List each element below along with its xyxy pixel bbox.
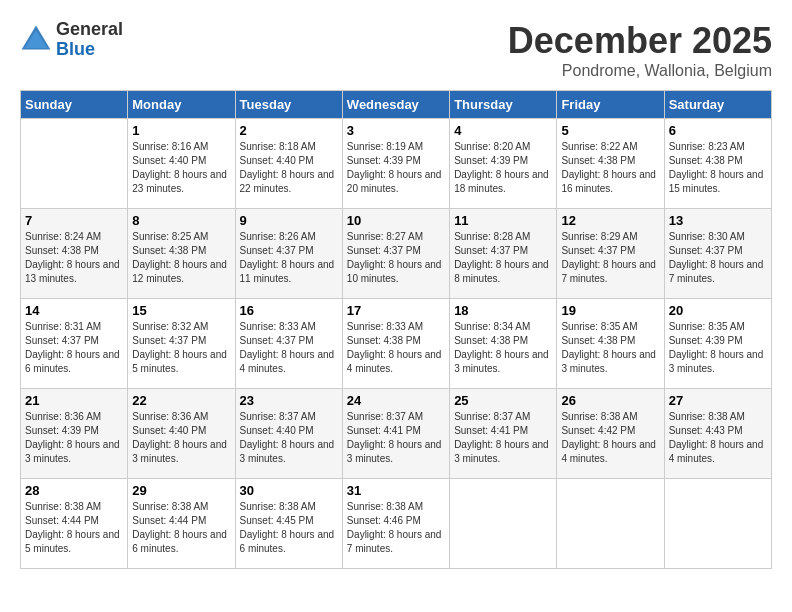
day-info: Sunrise: 8:18 AMSunset: 4:40 PMDaylight:…: [240, 140, 338, 196]
day-number: 23: [240, 393, 338, 408]
day-number: 17: [347, 303, 445, 318]
calendar-cell: 18Sunrise: 8:34 AMSunset: 4:38 PMDayligh…: [450, 299, 557, 389]
weekday-row: SundayMondayTuesdayWednesdayThursdayFrid…: [21, 91, 772, 119]
calendar-cell: 9Sunrise: 8:26 AMSunset: 4:37 PMDaylight…: [235, 209, 342, 299]
day-info: Sunrise: 8:34 AMSunset: 4:38 PMDaylight:…: [454, 320, 552, 376]
calendar-cell: 20Sunrise: 8:35 AMSunset: 4:39 PMDayligh…: [664, 299, 771, 389]
day-number: 15: [132, 303, 230, 318]
day-number: 1: [132, 123, 230, 138]
calendar-cell: 5Sunrise: 8:22 AMSunset: 4:38 PMDaylight…: [557, 119, 664, 209]
logo-general-text: General: [56, 20, 123, 40]
day-number: 25: [454, 393, 552, 408]
logo-blue-text: Blue: [56, 40, 123, 60]
calendar-cell: 27Sunrise: 8:38 AMSunset: 4:43 PMDayligh…: [664, 389, 771, 479]
day-number: 18: [454, 303, 552, 318]
day-number: 21: [25, 393, 123, 408]
calendar-cell: 30Sunrise: 8:38 AMSunset: 4:45 PMDayligh…: [235, 479, 342, 569]
weekday-header-wednesday: Wednesday: [342, 91, 449, 119]
calendar-week-row: 7Sunrise: 8:24 AMSunset: 4:38 PMDaylight…: [21, 209, 772, 299]
day-number: 22: [132, 393, 230, 408]
calendar-cell: [450, 479, 557, 569]
logo: General Blue: [20, 20, 123, 60]
calendar-cell: 29Sunrise: 8:38 AMSunset: 4:44 PMDayligh…: [128, 479, 235, 569]
day-number: 26: [561, 393, 659, 408]
day-info: Sunrise: 8:20 AMSunset: 4:39 PMDaylight:…: [454, 140, 552, 196]
day-number: 8: [132, 213, 230, 228]
weekday-header-sunday: Sunday: [21, 91, 128, 119]
calendar-cell: 3Sunrise: 8:19 AMSunset: 4:39 PMDaylight…: [342, 119, 449, 209]
weekday-header-tuesday: Tuesday: [235, 91, 342, 119]
calendar-cell: 12Sunrise: 8:29 AMSunset: 4:37 PMDayligh…: [557, 209, 664, 299]
day-number: 13: [669, 213, 767, 228]
day-number: 31: [347, 483, 445, 498]
day-number: 10: [347, 213, 445, 228]
day-number: 16: [240, 303, 338, 318]
day-info: Sunrise: 8:19 AMSunset: 4:39 PMDaylight:…: [347, 140, 445, 196]
calendar-cell: 22Sunrise: 8:36 AMSunset: 4:40 PMDayligh…: [128, 389, 235, 479]
day-info: Sunrise: 8:38 AMSunset: 4:44 PMDaylight:…: [132, 500, 230, 556]
day-info: Sunrise: 8:37 AMSunset: 4:40 PMDaylight:…: [240, 410, 338, 466]
location-subtitle: Pondrome, Wallonia, Belgium: [508, 62, 772, 80]
calendar-cell: 6Sunrise: 8:23 AMSunset: 4:38 PMDaylight…: [664, 119, 771, 209]
day-number: 2: [240, 123, 338, 138]
day-number: 11: [454, 213, 552, 228]
calendar-cell: 2Sunrise: 8:18 AMSunset: 4:40 PMDaylight…: [235, 119, 342, 209]
calendar-cell: 11Sunrise: 8:28 AMSunset: 4:37 PMDayligh…: [450, 209, 557, 299]
logo-text: General Blue: [56, 20, 123, 60]
calendar-cell: [21, 119, 128, 209]
calendar-week-row: 1Sunrise: 8:16 AMSunset: 4:40 PMDaylight…: [21, 119, 772, 209]
day-number: 6: [669, 123, 767, 138]
day-info: Sunrise: 8:30 AMSunset: 4:37 PMDaylight:…: [669, 230, 767, 286]
day-info: Sunrise: 8:25 AMSunset: 4:38 PMDaylight:…: [132, 230, 230, 286]
day-info: Sunrise: 8:38 AMSunset: 4:43 PMDaylight:…: [669, 410, 767, 466]
day-info: Sunrise: 8:35 AMSunset: 4:39 PMDaylight:…: [669, 320, 767, 376]
day-number: 14: [25, 303, 123, 318]
calendar-cell: [557, 479, 664, 569]
calendar-week-row: 28Sunrise: 8:38 AMSunset: 4:44 PMDayligh…: [21, 479, 772, 569]
calendar-cell: 16Sunrise: 8:33 AMSunset: 4:37 PMDayligh…: [235, 299, 342, 389]
day-number: 7: [25, 213, 123, 228]
calendar-cell: 15Sunrise: 8:32 AMSunset: 4:37 PMDayligh…: [128, 299, 235, 389]
calendar-cell: 26Sunrise: 8:38 AMSunset: 4:42 PMDayligh…: [557, 389, 664, 479]
month-title: December 2025: [508, 20, 772, 62]
calendar-cell: 10Sunrise: 8:27 AMSunset: 4:37 PMDayligh…: [342, 209, 449, 299]
calendar-table: SundayMondayTuesdayWednesdayThursdayFrid…: [20, 90, 772, 569]
day-number: 3: [347, 123, 445, 138]
calendar-cell: 14Sunrise: 8:31 AMSunset: 4:37 PMDayligh…: [21, 299, 128, 389]
day-info: Sunrise: 8:23 AMSunset: 4:38 PMDaylight:…: [669, 140, 767, 196]
weekday-header-monday: Monday: [128, 91, 235, 119]
calendar-week-row: 21Sunrise: 8:36 AMSunset: 4:39 PMDayligh…: [21, 389, 772, 479]
day-info: Sunrise: 8:22 AMSunset: 4:38 PMDaylight:…: [561, 140, 659, 196]
calendar-cell: 19Sunrise: 8:35 AMSunset: 4:38 PMDayligh…: [557, 299, 664, 389]
day-number: 4: [454, 123, 552, 138]
calendar-body: 1Sunrise: 8:16 AMSunset: 4:40 PMDaylight…: [21, 119, 772, 569]
day-info: Sunrise: 8:16 AMSunset: 4:40 PMDaylight:…: [132, 140, 230, 196]
day-info: Sunrise: 8:38 AMSunset: 4:44 PMDaylight:…: [25, 500, 123, 556]
weekday-header-friday: Friday: [557, 91, 664, 119]
day-info: Sunrise: 8:27 AMSunset: 4:37 PMDaylight:…: [347, 230, 445, 286]
day-info: Sunrise: 8:24 AMSunset: 4:38 PMDaylight:…: [25, 230, 123, 286]
day-number: 24: [347, 393, 445, 408]
day-number: 5: [561, 123, 659, 138]
header: General Blue December 2025 Pondrome, Wal…: [20, 20, 772, 80]
day-info: Sunrise: 8:35 AMSunset: 4:38 PMDaylight:…: [561, 320, 659, 376]
day-info: Sunrise: 8:36 AMSunset: 4:40 PMDaylight:…: [132, 410, 230, 466]
day-info: Sunrise: 8:33 AMSunset: 4:38 PMDaylight:…: [347, 320, 445, 376]
day-number: 9: [240, 213, 338, 228]
calendar-cell: 7Sunrise: 8:24 AMSunset: 4:38 PMDaylight…: [21, 209, 128, 299]
day-info: Sunrise: 8:37 AMSunset: 4:41 PMDaylight:…: [454, 410, 552, 466]
day-number: 29: [132, 483, 230, 498]
day-info: Sunrise: 8:38 AMSunset: 4:45 PMDaylight:…: [240, 500, 338, 556]
calendar-cell: [664, 479, 771, 569]
day-number: 30: [240, 483, 338, 498]
calendar-cell: 13Sunrise: 8:30 AMSunset: 4:37 PMDayligh…: [664, 209, 771, 299]
day-info: Sunrise: 8:26 AMSunset: 4:37 PMDaylight:…: [240, 230, 338, 286]
calendar-cell: 23Sunrise: 8:37 AMSunset: 4:40 PMDayligh…: [235, 389, 342, 479]
day-info: Sunrise: 8:38 AMSunset: 4:46 PMDaylight:…: [347, 500, 445, 556]
weekday-header-thursday: Thursday: [450, 91, 557, 119]
day-info: Sunrise: 8:29 AMSunset: 4:37 PMDaylight:…: [561, 230, 659, 286]
day-number: 12: [561, 213, 659, 228]
calendar-cell: 25Sunrise: 8:37 AMSunset: 4:41 PMDayligh…: [450, 389, 557, 479]
calendar-week-row: 14Sunrise: 8:31 AMSunset: 4:37 PMDayligh…: [21, 299, 772, 389]
day-info: Sunrise: 8:32 AMSunset: 4:37 PMDaylight:…: [132, 320, 230, 376]
